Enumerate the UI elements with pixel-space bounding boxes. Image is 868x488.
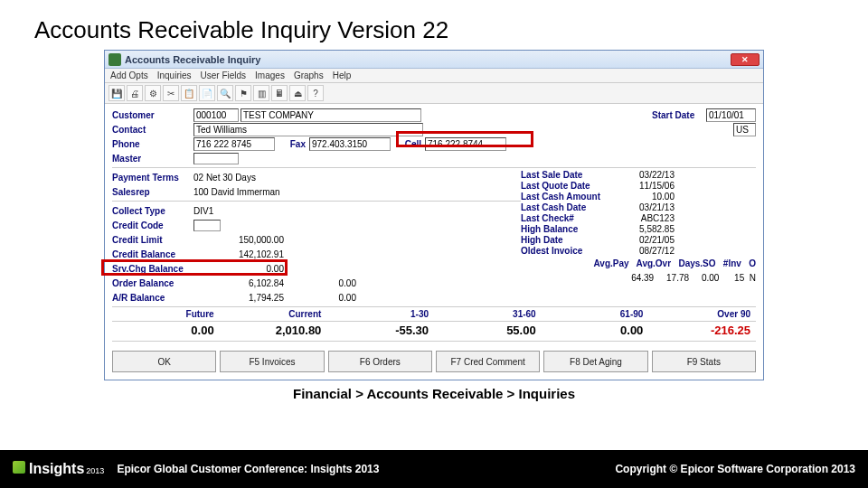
aging-h-future: Future xyxy=(112,309,220,319)
label-high-date: High Date xyxy=(521,235,602,245)
logo: Insights 2013 xyxy=(13,461,104,477)
logo-text: Insights xyxy=(29,461,84,477)
menu-add-opts[interactable]: Add Opts xyxy=(110,70,148,80)
app-icon xyxy=(108,53,121,66)
save-icon[interactable]: 💾 xyxy=(108,85,125,101)
f5-invoices-button[interactable]: F5 Invoices xyxy=(220,351,324,372)
label-collect-type: Collect Type xyxy=(112,206,193,216)
field-fax[interactable]: 972.403.3150 xyxy=(309,137,391,151)
window-title: Accounts Receivable Inquiry xyxy=(125,54,731,65)
val-last-cash-date: 03/21/13 xyxy=(611,202,675,212)
field-customer-name[interactable]: TEST COMPANY xyxy=(241,108,421,122)
val-last-quote-date: 11/15/06 xyxy=(611,181,675,191)
paste-icon[interactable]: 📄 xyxy=(199,85,215,101)
f8-det-aging-button[interactable]: F8 Det Aging xyxy=(543,351,647,372)
val-collect-type: DIV1 xyxy=(193,206,213,216)
field-start-date[interactable]: 01/10/01 xyxy=(706,108,756,122)
val-srvchg-balance: 0.00 xyxy=(193,264,284,274)
field-country[interactable]: US xyxy=(733,123,756,136)
val-salesrep: 100 David Immerman xyxy=(193,187,280,197)
find-icon[interactable]: 🔍 xyxy=(217,85,233,101)
chart-icon[interactable]: ▥ xyxy=(253,85,269,101)
ok-button[interactable]: OK xyxy=(112,351,216,372)
label-salesrep: Salesrep xyxy=(112,187,193,197)
copyright-text: Copyright © Epicor Software Corporation … xyxy=(615,463,855,475)
val-high-balance: 5,582.85 xyxy=(611,224,675,234)
aging-v-31-60: 55.00 xyxy=(434,324,542,337)
aging-value-row: 0.00 2,010.80 -55.30 55.00 0.00 -216.25 xyxy=(112,322,756,339)
label-last-cash-amount: Last Cash Amount xyxy=(521,192,602,202)
val-ar-balance2: 0.00 xyxy=(284,293,356,303)
avg-headers: Avg.Pay Avg.Ovr Days.SO #Inv O xyxy=(521,256,756,270)
val-order-balance2: 0.00 xyxy=(284,278,356,288)
val-credit-limit: 150,000.00 xyxy=(193,235,284,245)
field-contact[interactable]: Ted Williams xyxy=(193,123,423,136)
label-customer: Customer xyxy=(112,110,193,120)
menu-help[interactable]: Help xyxy=(333,70,352,80)
label-contact: Contact xyxy=(112,125,193,135)
menu-user-fields[interactable]: User Fields xyxy=(201,70,247,80)
footer: Insights 2013 Epicor Global Customer Con… xyxy=(0,450,868,488)
val-last-sale-date: 03/22/13 xyxy=(611,170,675,180)
help-icon[interactable]: ? xyxy=(307,85,324,101)
exit-icon[interactable]: ⏏ xyxy=(289,85,306,101)
calc-icon[interactable]: 🖩 xyxy=(271,85,288,101)
val-order-balance: 6,102.84 xyxy=(193,278,284,288)
titlebar: Accounts Receivable Inquiry ✕ xyxy=(105,51,763,69)
val-oldest-invoice: 08/27/12 xyxy=(611,246,675,256)
aging-h-1-30: 1-30 xyxy=(326,309,434,319)
f6-orders-button[interactable]: F6 Orders xyxy=(328,351,432,372)
label-phone: Phone xyxy=(112,139,193,149)
copy-icon[interactable]: 📋 xyxy=(181,85,197,101)
label-credit-code: Credit Code xyxy=(112,221,193,230)
breadcrumb: Financial > Accounts Receivable > Inquir… xyxy=(0,386,868,401)
f9-stats-button[interactable]: F9 Stats xyxy=(652,351,756,372)
button-row: OK F5 Invoices F6 Orders F7 Cred Comment… xyxy=(105,347,763,380)
aging-h-current: Current xyxy=(220,309,327,319)
slide-title: Accounts Receivable Inquiry Version 22 xyxy=(0,0,868,50)
label-ar-balance: A/R Balance xyxy=(112,293,193,303)
label-high-balance: High Balance xyxy=(521,224,602,234)
val-last-cash-amount: 10.00 xyxy=(611,192,675,202)
label-last-sale-date: Last Sale Date xyxy=(521,170,602,180)
label-credit-balance: Credit Balance xyxy=(112,249,193,259)
label-master: Master xyxy=(112,154,193,164)
avg-values: 64.39 17.78 0.00 15 N xyxy=(521,270,756,285)
aging-h-31-60: 31-60 xyxy=(434,309,542,319)
val-payment-terms: 02 Net 30 Days xyxy=(193,173,256,183)
label-last-cash-date: Last Cash Date xyxy=(521,202,602,212)
aging-v-current: 2,010.80 xyxy=(220,324,327,337)
val-last-check: ABC123 xyxy=(611,213,675,223)
logo-icon xyxy=(13,461,25,474)
label-fax: Fax xyxy=(278,139,306,149)
field-phone[interactable]: 716 222 8745 xyxy=(193,137,275,151)
field-customer-code[interactable]: 000100 xyxy=(193,108,239,122)
print-icon[interactable]: 🖨 xyxy=(127,85,143,101)
label-oldest-invoice: Oldest Invoice xyxy=(521,246,602,256)
run-icon[interactable]: ⚙ xyxy=(145,85,161,101)
f7-cred-comment-button[interactable]: F7 Cred Comment xyxy=(436,351,540,372)
toolbar: 💾 🖨 ⚙ ✂ 📋 📄 🔍 ⚑ ▥ 🖩 ⏏ ? xyxy=(105,83,763,104)
aging-h-61-90: 61-90 xyxy=(542,309,649,319)
menu-inquiries[interactable]: Inquiries xyxy=(157,70,192,80)
aging-h-over-90: Over 90 xyxy=(648,309,756,319)
label-last-check: Last Check# xyxy=(521,213,602,223)
aging-v-1-30: -55.30 xyxy=(326,324,434,337)
field-credit-code[interactable] xyxy=(193,220,221,231)
val-high-date: 02/21/05 xyxy=(611,235,675,245)
label-payment-terms: Payment Terms xyxy=(112,173,193,183)
logo-year: 2013 xyxy=(86,466,104,475)
cut-icon[interactable]: ✂ xyxy=(163,85,179,101)
flag-icon[interactable]: ⚑ xyxy=(235,85,251,101)
aging-v-61-90: 0.00 xyxy=(542,324,649,337)
aging-v-over-90: -216.25 xyxy=(648,324,756,337)
menu-images[interactable]: Images xyxy=(255,70,285,80)
field-cell[interactable]: 716 222 8744 xyxy=(425,137,506,151)
menu-graphs[interactable]: Graphs xyxy=(294,70,324,80)
label-credit-limit: Credit Limit xyxy=(112,235,193,245)
aging-v-future: 0.00 xyxy=(112,324,220,337)
label-last-quote-date: Last Quote Date xyxy=(521,181,602,191)
close-button[interactable]: ✕ xyxy=(731,53,760,66)
val-credit-balance: 142,102.91 xyxy=(193,249,284,259)
field-master[interactable] xyxy=(193,153,239,164)
